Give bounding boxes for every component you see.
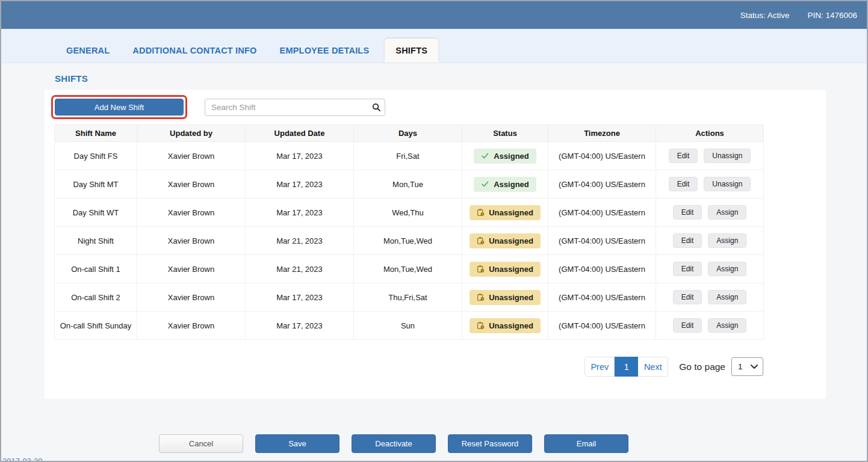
cell-days: Thu,Fri,Sat — [354, 283, 462, 312]
cell-timezone: (GMT-04:00) US/Eastern — [548, 227, 656, 255]
search-box — [205, 99, 385, 116]
status-badge: Unassigned — [470, 205, 541, 220]
cell-days: Wed,Thu — [354, 199, 462, 227]
cell-updated-by: Xavier Brown — [137, 227, 246, 255]
cell-updated-by: Xavier Brown — [137, 312, 246, 340]
table-row: Day Shift WT Xavier Brown Mar 17, 2023 W… — [55, 199, 764, 227]
pagination: Prev 1 Next Go to page 1 — [584, 357, 763, 377]
cell-updated-date: Mar 17, 2023 — [246, 142, 354, 170]
cell-updated-by: Xavier Brown — [137, 142, 246, 170]
current-page-button[interactable]: 1 — [615, 357, 638, 377]
col-header-shift-name: Shift Name — [55, 125, 137, 142]
cell-timezone: (GMT-04:00) US/Eastern — [548, 312, 656, 340]
page-title: SHIFTS — [55, 73, 88, 84]
app-window: Status: Active PIN: 1476006 GENERAL ADDI… — [0, 0, 868, 462]
cell-updated-by: Xavier Brown — [137, 283, 246, 312]
check-icon — [481, 180, 489, 188]
cell-shift-name: Night Shift — [55, 227, 137, 255]
status-badge: Assigned — [474, 149, 536, 164]
search-input[interactable] — [205, 103, 368, 112]
edit-button[interactable]: Edit — [673, 318, 702, 333]
cell-timezone: (GMT-04:00) US/Eastern — [548, 255, 656, 283]
edit-button[interactable]: Edit — [673, 290, 702, 304]
col-header-status: Status — [462, 125, 548, 142]
col-header-actions: Actions — [656, 125, 764, 142]
cell-updated-date: Mar 21, 2023 — [246, 255, 354, 283]
cell-timezone: (GMT-04:00) US/Eastern — [548, 170, 656, 199]
col-header-updated-by: Updated by — [137, 125, 246, 142]
assign-button[interactable]: Assign — [708, 318, 746, 333]
tab-additional-contact-info[interactable]: ADDITIONAL CONTACT INFO — [125, 38, 264, 63]
tab-general[interactable]: GENERAL — [59, 38, 117, 63]
status-badge: Unassigned — [470, 318, 541, 333]
table-row: Day Shift MT Xavier Brown Mar 17, 2023 M… — [55, 170, 764, 199]
check-icon — [481, 152, 489, 160]
cell-shift-name: Day Shift FS — [55, 142, 137, 170]
status-badge: Unassigned — [470, 262, 541, 277]
col-header-updated-date: Updated Date — [246, 125, 354, 142]
add-new-shift-button[interactable]: Add New Shift — [55, 99, 184, 116]
email-button[interactable]: Email — [544, 434, 628, 453]
clipboard-clock-icon — [477, 208, 485, 217]
status-badge: Unassigned — [470, 290, 541, 305]
next-page-button[interactable]: Next — [638, 357, 668, 377]
cancel-button[interactable]: Cancel — [159, 434, 243, 453]
unassign-button[interactable]: Unassign — [704, 177, 751, 191]
tab-list: GENERAL ADDITIONAL CONTACT INFO EMPLOYEE… — [59, 38, 438, 63]
cell-updated-by: Xavier Brown — [137, 255, 246, 283]
page-content: SHIFTS Add New Shift Shift Name Updated … — [1, 64, 867, 462]
clipped-date-text: 2017-03-30 — [2, 457, 43, 462]
prev-page-button[interactable]: Prev — [584, 357, 615, 377]
clipboard-clock-icon — [477, 321, 485, 330]
goto-page-select[interactable]: 1 — [731, 357, 763, 376]
table-row: On-call Shift 1 Xavier Brown Mar 21, 202… — [55, 255, 764, 283]
clipboard-clock-icon — [477, 236, 485, 245]
table-row: On-call Shift 2 Xavier Brown Mar 17, 202… — [55, 283, 764, 312]
status-text: Status: Active — [740, 11, 790, 20]
chevron-down-icon — [751, 365, 758, 369]
tab-strip: GENERAL ADDITIONAL CONTACT INFO EMPLOYEE… — [1, 29, 867, 63]
clipboard-clock-icon — [477, 265, 485, 273]
cell-shift-name: On-call Shift 2 — [55, 283, 137, 312]
tab-shifts[interactable]: SHIFTS — [385, 38, 438, 63]
cell-timezone: (GMT-04:00) US/Eastern — [548, 199, 656, 227]
col-header-timezone: Timezone — [548, 125, 656, 142]
cell-days: Fri,Sat — [354, 142, 462, 170]
clipboard-clock-icon — [477, 293, 485, 301]
cell-shift-name: On-call Shift Sunday — [55, 312, 137, 340]
cell-updated-date: Mar 17, 2023 — [246, 312, 354, 340]
deactivate-button[interactable]: Deactivate — [352, 434, 436, 453]
cell-shift-name: Day Shift MT — [55, 170, 137, 199]
edit-button[interactable]: Edit — [669, 149, 698, 163]
table-row: Day Shift FS Xavier Brown Mar 17, 2023 F… — [55, 142, 764, 170]
save-button[interactable]: Save — [255, 434, 339, 453]
tab-employee-details[interactable]: EMPLOYEE DETAILS — [273, 38, 377, 63]
cell-updated-by: Xavier Brown — [137, 199, 246, 227]
cell-updated-date: Mar 17, 2023 — [246, 283, 354, 312]
shifts-panel: Add New Shift Shift Name Updated by Upda… — [45, 90, 826, 399]
pager-group: Prev 1 Next — [584, 357, 668, 377]
footer-actions: Cancel Save Deactivate Reset Password Em… — [159, 434, 628, 453]
assign-button[interactable]: Assign — [708, 233, 746, 248]
cell-shift-name: Day Shift WT — [55, 199, 137, 227]
status-badge: Assigned — [474, 177, 536, 192]
cell-days: Mon,Tue — [354, 170, 462, 199]
assign-button[interactable]: Assign — [708, 290, 746, 304]
top-bar: Status: Active PIN: 1476006 — [1, 1, 867, 29]
reset-password-button[interactable]: Reset Password — [448, 434, 532, 453]
assign-button[interactable]: Assign — [708, 205, 746, 220]
table-header-row: Shift Name Updated by Updated Date Days … — [55, 125, 764, 142]
cell-updated-date: Mar 17, 2023 — [246, 170, 354, 199]
edit-button[interactable]: Edit — [673, 233, 702, 248]
assign-button[interactable]: Assign — [708, 262, 746, 276]
edit-button[interactable]: Edit — [669, 177, 698, 191]
edit-button[interactable]: Edit — [673, 262, 702, 276]
search-icon[interactable] — [368, 103, 385, 112]
table-row: On-call Shift Sunday Xavier Brown Mar 17… — [55, 312, 764, 340]
unassign-button[interactable]: Unassign — [704, 149, 751, 163]
cell-days: Mon,Tue,Wed — [354, 227, 462, 255]
shifts-table: Shift Name Updated by Updated Date Days … — [54, 125, 764, 340]
edit-button[interactable]: Edit — [673, 205, 702, 220]
goto-page-value: 1 — [738, 362, 743, 371]
cell-days: Sun — [354, 312, 462, 340]
